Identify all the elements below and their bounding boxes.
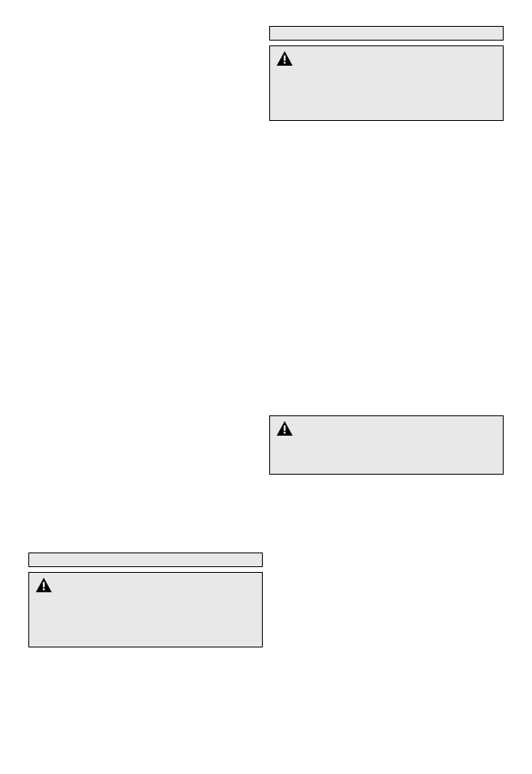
svg-rect-1 [284, 62, 285, 63]
warning-icon [277, 421, 293, 436]
svg-rect-3 [284, 432, 285, 433]
callout-header-lower-left [28, 553, 263, 567]
callout-body-lower-left [28, 572, 263, 647]
svg-rect-0 [284, 55, 285, 61]
callout-header-top-right [269, 26, 504, 41]
callout-body-mid-right [269, 415, 504, 475]
warning-icon [277, 51, 293, 66]
svg-rect-2 [284, 425, 285, 431]
svg-rect-4 [43, 582, 45, 587]
page [0, 0, 532, 774]
warning-icon [36, 578, 52, 592]
callout-body-top-right [269, 45, 504, 121]
svg-rect-5 [43, 588, 45, 590]
